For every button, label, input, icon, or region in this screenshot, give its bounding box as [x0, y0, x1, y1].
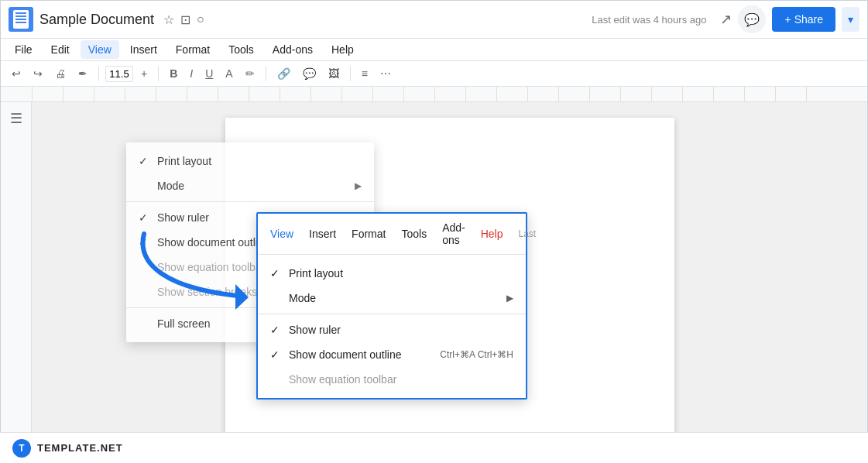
- title-icons: ☆ ⊡ ○: [163, 12, 204, 27]
- highlight-button[interactable]: ✏: [241, 64, 259, 83]
- trend-icon[interactable]: ↗: [720, 11, 732, 28]
- last-edit-text: Last edit was 4 hours ago: [592, 14, 706, 26]
- fg-mode-arrow: ▶: [506, 293, 513, 304]
- text-color-button[interactable]: A: [221, 64, 237, 83]
- more-button[interactable]: ⋯: [376, 64, 396, 83]
- bg-mode[interactable]: Mode ▶: [126, 173, 374, 198]
- header-right: ↗ 💬 + Share ▾: [720, 5, 859, 33]
- separator-3: [266, 66, 266, 81]
- italic-button[interactable]: I: [185, 64, 197, 83]
- fg-show-eq-toolbar[interactable]: Show equation toolbar: [258, 367, 526, 392]
- template-brand: TEMPLATE.NET: [37, 442, 123, 454]
- menu-file[interactable]: File: [7, 40, 40, 59]
- fg-menu-format[interactable]: Format: [345, 225, 392, 243]
- link-button[interactable]: 🔗: [273, 64, 295, 83]
- separator-2: [158, 66, 159, 81]
- fg-menu-insert[interactable]: Insert: [303, 225, 342, 243]
- menu-tools[interactable]: Tools: [221, 40, 262, 59]
- menu-insert[interactable]: Insert: [122, 40, 165, 59]
- print-button[interactable]: 🖨: [50, 64, 70, 83]
- fg-divider-1: [258, 314, 526, 314]
- bg-divider-1: [126, 201, 374, 202]
- toolbar: ↩ ↪ 🖨 ✒ + B I U A ✏ 🔗 💬 🖼 ≡ ⋯: [1, 61, 867, 87]
- fg-check-ruler: ✓: [270, 324, 283, 336]
- docs-window: Sample Document ☆ ⊡ ○ Last edit was 4 ho…: [0, 0, 868, 463]
- bg-print-layout[interactable]: ✓ Print layout: [126, 149, 374, 173]
- fg-menu-view[interactable]: View: [264, 225, 300, 243]
- menu-addons[interactable]: Add-ons: [265, 40, 321, 59]
- bold-button[interactable]: B: [165, 64, 182, 83]
- doc-sidebar: ☰: [1, 102, 32, 462]
- fg-mode[interactable]: Mode ▶: [258, 286, 526, 310]
- underline-button[interactable]: U: [201, 64, 218, 83]
- menu-bar: File Edit View Insert Format Tools Add-o…: [1, 39, 867, 61]
- doc-area: ☰ ✓ Print layout Mode ▶ ✓ Show ruler ✓: [1, 102, 867, 462]
- bg-check-ruler: ✓: [139, 211, 151, 224]
- star-icon[interactable]: ☆: [163, 12, 174, 27]
- fg-menu-bar: View Insert Format Tools Add-ons Help La…: [258, 214, 526, 255]
- fg-show-doc-outline[interactable]: ✓ Show document outline Ctrl+⌘A Ctrl+⌘H: [258, 342, 526, 367]
- fg-check-outline: ✓: [270, 348, 283, 361]
- comment-button[interactable]: 💬: [298, 64, 321, 83]
- font-size-input[interactable]: [105, 66, 133, 82]
- fg-menu-tools[interactable]: Tools: [395, 225, 433, 243]
- undo-button[interactable]: ↩: [7, 64, 26, 83]
- image-button[interactable]: 🖼: [324, 64, 344, 83]
- template-logo: T: [12, 439, 31, 458]
- share-button[interactable]: + Share: [772, 7, 835, 32]
- fg-check-print: ✓: [270, 267, 283, 280]
- menu-help[interactable]: Help: [324, 40, 362, 59]
- menu-view[interactable]: View: [81, 40, 119, 59]
- bg-mode-arrow: ▶: [355, 180, 362, 191]
- share-icon: +: [784, 13, 791, 26]
- doc-title: Sample Document: [39, 12, 154, 28]
- bg-check-print: ✓: [139, 155, 151, 167]
- comment-icon[interactable]: 💬: [738, 5, 766, 33]
- eye-icon[interactable]: ○: [197, 12, 204, 26]
- ruler-bg: [32, 87, 836, 101]
- title-bar: Sample Document ☆ ⊡ ○ Last edit was 4 ho…: [1, 1, 867, 39]
- menu-format[interactable]: Format: [168, 40, 218, 59]
- fg-menu-help[interactable]: Help: [475, 225, 509, 243]
- foreground-view-menu: View Insert Format Tools Add-ons Help La…: [256, 212, 527, 400]
- fg-menu-last: Last: [513, 225, 543, 242]
- fg-show-ruler[interactable]: ✓ Show ruler: [258, 317, 526, 342]
- separator-1: [98, 66, 99, 81]
- font-size-up-button[interactable]: +: [136, 64, 152, 83]
- paint-format-button[interactable]: ✒: [74, 64, 92, 83]
- avatar-button[interactable]: ▾: [842, 7, 859, 32]
- bg-check-outline: ✓: [139, 236, 151, 249]
- fg-content: ✓ Print layout Mode ▶ ✓ Show ruler ✓ Sho…: [258, 255, 526, 398]
- ruler: [1, 87, 867, 102]
- fg-print-layout[interactable]: ✓ Print layout: [258, 261, 526, 286]
- folder-icon[interactable]: ⊡: [180, 12, 190, 27]
- separator-4: [350, 66, 351, 81]
- outline-icon[interactable]: ☰: [10, 110, 22, 127]
- docs-logo-inner: [13, 10, 29, 29]
- redo-button[interactable]: ↪: [29, 64, 47, 83]
- docs-logo: [9, 7, 33, 32]
- fg-show-ruler-label: Show ruler: [289, 324, 513, 336]
- fg-shortcut-outline: Ctrl+⌘A Ctrl+⌘H: [440, 349, 513, 360]
- fg-menu-addons[interactable]: Add-ons: [436, 218, 472, 249]
- align-button[interactable]: ≡: [357, 64, 372, 83]
- menu-edit[interactable]: Edit: [43, 40, 77, 59]
- footer: T TEMPLATE.NET: [0, 432, 868, 463]
